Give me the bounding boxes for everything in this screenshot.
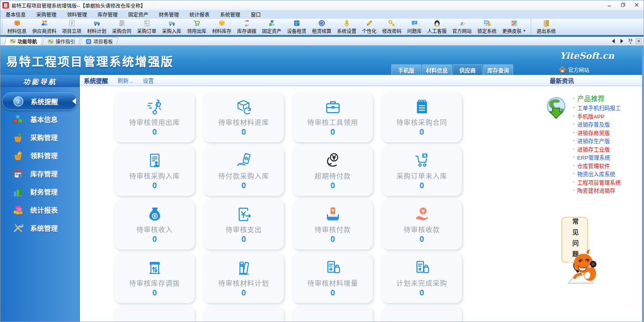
toolbar-button[interactable]: 供应商资料 xyxy=(29,19,59,35)
reminder-card[interactable]: 待审核采购合同 0 xyxy=(382,92,462,142)
toolbar-button[interactable]: 更换皮肤▼ xyxy=(499,19,529,35)
menu-item[interactable]: 财务管理 xyxy=(154,10,184,18)
news-link[interactable]: 工单手机扫码报工 xyxy=(573,104,621,112)
banner-button[interactable]: 手机版 xyxy=(391,64,421,75)
menu-item[interactable]: 领料管理 xyxy=(62,10,92,18)
settings-link[interactable]: 设置 xyxy=(143,76,154,84)
menu-item[interactable]: 固定资产 xyxy=(123,10,154,18)
tab[interactable]: 功能导航 xyxy=(4,37,43,45)
reminder-card[interactable]: 待审核付款 0 xyxy=(293,199,373,249)
chevron-down-icon[interactable]: ▼ xyxy=(523,29,526,33)
toolbar-button[interactable]: 租赁结算 xyxy=(309,19,334,35)
toolbar-button[interactable]: 采购订单 xyxy=(134,19,159,35)
reminder-card[interactable] xyxy=(382,307,462,322)
toolbar-button[interactable]: e 官方网站 xyxy=(449,19,474,35)
news-link[interactable]: 进销存商贸版 xyxy=(573,129,621,137)
reminder-card[interactable]: 待审核采购入库 0 xyxy=(114,146,195,196)
sidebar-item[interactable]: 基本信息 xyxy=(0,110,79,128)
toolbar-button[interactable]: 个性化 xyxy=(359,19,379,35)
menu-item[interactable]: 统计报表 xyxy=(184,10,215,18)
banner-button[interactable]: 供应商 xyxy=(453,64,482,75)
news-link[interactable]: 工程项目管理系统 xyxy=(573,178,621,187)
card-value: 0 xyxy=(330,127,335,137)
reminder-card[interactable]: 待付款采购入库 0 xyxy=(204,146,284,196)
menu-item[interactable]: 基本信息 xyxy=(0,10,31,18)
news-link[interactable]: ERP管理系统 xyxy=(573,153,621,162)
toolbar-button[interactable]: 固定资产 xyxy=(259,19,284,35)
menu-item[interactable]: 系统管理 xyxy=(215,10,245,18)
news-link[interactable]: 陶瓷建材进销存 xyxy=(573,186,621,195)
tab[interactable]: 项目看板 xyxy=(80,37,119,45)
reminder-card[interactable] xyxy=(114,307,195,322)
official-site-link[interactable]: 官方网站 xyxy=(559,66,589,73)
refresh-link[interactable]: 刷新... xyxy=(118,76,133,84)
toolbar-button[interactable]: 退出系统 xyxy=(531,19,559,35)
sidebar-item[interactable]: 库存管理 xyxy=(0,164,79,183)
toolbar-button[interactable]: 采购入库 xyxy=(159,19,184,35)
news-link[interactable]: 手机版APP xyxy=(573,112,621,120)
sidebar-item[interactable]: 采购管理 xyxy=(0,128,79,146)
sidebar-item[interactable]: 领料管理 xyxy=(0,146,79,164)
tab-control-button[interactable] xyxy=(627,38,633,44)
sidebar-item[interactable]: 财务管理 xyxy=(0,183,79,201)
toolbar-button-label: 设备租赁 xyxy=(287,27,306,34)
window-button[interactable] xyxy=(616,0,630,10)
card-label: 待审核支出 xyxy=(226,224,262,234)
reminder-card[interactable]: 待审核收入 0 xyxy=(114,199,195,249)
toolbar-button[interactable]: 项目立项 xyxy=(59,19,84,35)
card-label: 待审核库存调拨 xyxy=(129,278,180,288)
menu-item[interactable]: 窗口 xyxy=(245,10,266,18)
banner-button[interactable]: 材料信息 xyxy=(422,64,452,75)
window-title: 易特工程项目管理系统增强版--【单据抬头请修改仓库全称】 xyxy=(11,2,145,9)
toolbar-button[interactable]: 材料信息 xyxy=(4,19,29,35)
toolbar-button[interactable]: ? 问题库 xyxy=(404,19,424,35)
cubes-icon xyxy=(12,114,23,125)
news-link[interactable]: 进销存生产版 xyxy=(573,137,621,145)
menu-item[interactable]: 采购管理 xyxy=(31,10,62,18)
news-link[interactable]: 进销存工业版 xyxy=(573,145,621,154)
reminder-card[interactable]: 待审核材料计划 0 xyxy=(204,253,284,303)
news-link[interactable]: 进销存普及版 xyxy=(573,120,621,129)
reminder-card[interactable]: 待审核支出 0 xyxy=(204,199,284,249)
window-button[interactable] xyxy=(602,0,616,10)
toolbar-button[interactable]: 锁定系统 xyxy=(474,19,499,35)
toolbar-button[interactable]: 设备租赁 xyxy=(284,19,309,35)
toolbar-button[interactable]: 采购合同 xyxy=(109,19,134,35)
toolbar-button[interactable]: 系统设置 xyxy=(334,19,359,35)
reminder-card[interactable]: 超期待付款 0 xyxy=(293,146,373,196)
tab-control-button[interactable] xyxy=(636,38,642,44)
news-link[interactable]: 物资出入库系统 xyxy=(573,170,621,178)
support-mascot[interactable] xyxy=(564,248,606,290)
reminder-card[interactable]: 待审核材料退库 0 xyxy=(204,92,284,142)
reminder-card[interactable]: 采购订单未入库 0 xyxy=(382,146,462,196)
toolbar-button[interactable]: 库存调拨 xyxy=(234,19,259,35)
toolbar-button[interactable]: 修改密码 xyxy=(379,19,404,35)
news-link[interactable]: 仓库管理软件 xyxy=(573,162,621,170)
official-site-label: 官方网站 xyxy=(568,66,589,73)
toolbar-button[interactable]: 人工客服 xyxy=(424,19,449,35)
reminder-card[interactable]: 待审核收款 0 xyxy=(382,199,462,249)
window-button[interactable] xyxy=(630,0,644,10)
inbound-truck-icon xyxy=(168,19,176,27)
sidebar-item[interactable]: 统计报表 xyxy=(0,201,79,219)
reminder-card[interactable] xyxy=(204,307,284,322)
tab-control-button[interactable] xyxy=(611,38,616,44)
card-label: 待审核材料计划 xyxy=(218,278,269,288)
reminder-card[interactable]: 待审核工具领用 0 xyxy=(293,92,373,142)
toolbar-button[interactable]: 材料库存 xyxy=(209,19,234,35)
menu-item[interactable]: 库存管理 xyxy=(92,10,123,18)
tab-control-button[interactable] xyxy=(619,38,625,44)
reminder-card[interactable]: 待审核库存调拨 0 xyxy=(114,253,195,303)
sidebar-item[interactable]: i 系统提醒 xyxy=(2,92,77,110)
news-link[interactable]: 产品推荐 xyxy=(573,93,621,104)
toolbar-button[interactable]: 领用出库 xyxy=(184,19,209,35)
sidebar-item[interactable]: 系统管理 xyxy=(0,219,79,237)
reminder-card[interactable] xyxy=(293,307,373,322)
banner-button[interactable]: 库存查询 xyxy=(483,64,513,75)
reminder-card[interactable]: 待审核材料增量 0 xyxy=(293,253,373,303)
reminder-card[interactable]: 计划未完成采购 0 xyxy=(382,253,462,303)
card-value: 0 xyxy=(152,181,157,190)
toolbar-button[interactable]: 材料计划 xyxy=(84,19,109,35)
reminder-card[interactable]: 待审核领用出库 0 xyxy=(114,92,195,142)
tab[interactable]: 操作指引 xyxy=(42,37,81,45)
